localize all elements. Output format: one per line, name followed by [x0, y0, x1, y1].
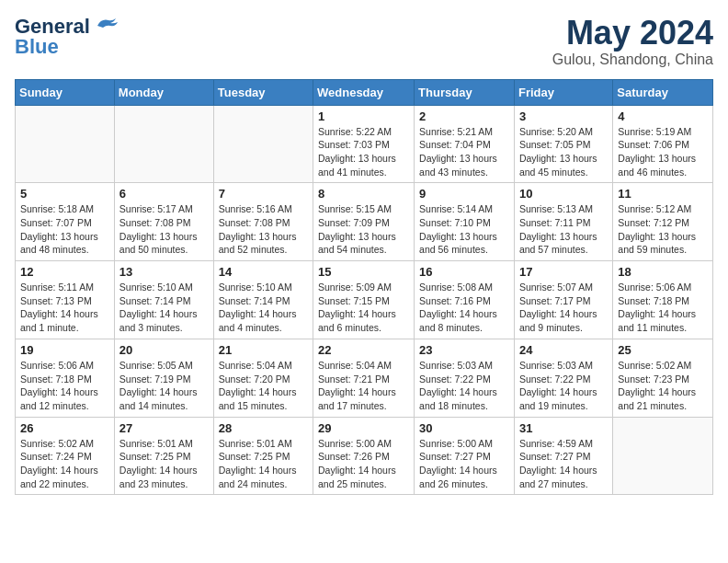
weekday-header: Wednesday — [313, 79, 415, 105]
calendar-day-cell: 24Sunrise: 5:03 AM Sunset: 7:22 PM Dayli… — [514, 339, 612, 417]
calendar-day-cell — [613, 417, 713, 495]
day-number: 1 — [318, 109, 409, 123]
day-info: Sunrise: 5:02 AM Sunset: 7:24 PM Dayligh… — [20, 437, 109, 491]
title-area: May 2024 Gulou, Shandong, China — [552, 15, 713, 68]
day-number: 9 — [419, 187, 509, 201]
calendar-day-cell: 3Sunrise: 5:20 AM Sunset: 7:05 PM Daylig… — [514, 105, 612, 183]
calendar-day-cell — [114, 105, 213, 183]
logo-blue-text: Blue — [15, 35, 59, 59]
calendar-day-cell: 2Sunrise: 5:21 AM Sunset: 7:04 PM Daylig… — [415, 105, 515, 183]
page-header: General Blue May 2024 Gulou, Shandong, C… — [15, 15, 713, 68]
day-number: 30 — [419, 421, 509, 435]
calendar-day-cell: 10Sunrise: 5:13 AM Sunset: 7:11 PM Dayli… — [514, 183, 612, 261]
day-info: Sunrise: 5:19 AM Sunset: 7:06 PM Dayligh… — [618, 125, 708, 179]
calendar-day-cell: 28Sunrise: 5:01 AM Sunset: 7:25 PM Dayli… — [213, 417, 313, 495]
day-info: Sunrise: 5:15 AM Sunset: 7:09 PM Dayligh… — [318, 202, 409, 257]
month-year-title: May 2024 — [552, 15, 713, 52]
calendar-day-cell: 16Sunrise: 5:08 AM Sunset: 7:16 PM Dayli… — [415, 261, 515, 339]
calendar-day-cell: 9Sunrise: 5:14 AM Sunset: 7:10 PM Daylig… — [415, 183, 515, 261]
day-info: Sunrise: 5:21 AM Sunset: 7:04 PM Dayligh… — [419, 125, 509, 179]
calendar-day-cell: 19Sunrise: 5:06 AM Sunset: 7:18 PM Dayli… — [16, 339, 115, 417]
calendar-day-cell: 1Sunrise: 5:22 AM Sunset: 7:03 PM Daylig… — [313, 105, 415, 183]
calendar-day-cell: 31Sunrise: 4:59 AM Sunset: 7:27 PM Dayli… — [514, 417, 612, 495]
calendar-day-cell: 14Sunrise: 5:10 AM Sunset: 7:14 PM Dayli… — [213, 261, 313, 339]
calendar-day-cell: 12Sunrise: 5:11 AM Sunset: 7:13 PM Dayli… — [16, 261, 115, 339]
day-info: Sunrise: 5:18 AM Sunset: 7:07 PM Dayligh… — [20, 202, 109, 257]
weekday-header: Thursday — [415, 79, 515, 105]
day-number: 31 — [519, 421, 608, 435]
calendar-header-row: SundayMondayTuesdayWednesdayThursdayFrid… — [16, 79, 713, 105]
day-info: Sunrise: 5:14 AM Sunset: 7:10 PM Dayligh… — [419, 202, 509, 257]
day-info: Sunrise: 5:10 AM Sunset: 7:14 PM Dayligh… — [119, 281, 209, 335]
calendar-week-row: 5Sunrise: 5:18 AM Sunset: 7:07 PM Daylig… — [16, 183, 713, 261]
day-info: Sunrise: 5:22 AM Sunset: 7:03 PM Dayligh… — [318, 125, 409, 179]
calendar-week-row: 19Sunrise: 5:06 AM Sunset: 7:18 PM Dayli… — [16, 339, 713, 417]
day-number: 20 — [119, 343, 209, 357]
calendar-day-cell: 29Sunrise: 5:00 AM Sunset: 7:26 PM Dayli… — [313, 417, 415, 495]
calendar-day-cell: 25Sunrise: 5:02 AM Sunset: 7:23 PM Dayli… — [613, 339, 713, 417]
day-number: 29 — [318, 421, 409, 435]
day-number: 18 — [618, 265, 708, 279]
day-info: Sunrise: 5:00 AM Sunset: 7:26 PM Dayligh… — [318, 437, 409, 491]
day-info: Sunrise: 5:20 AM Sunset: 7:05 PM Dayligh… — [519, 125, 608, 179]
day-info: Sunrise: 5:10 AM Sunset: 7:14 PM Dayligh… — [219, 281, 308, 335]
day-info: Sunrise: 5:06 AM Sunset: 7:18 PM Dayligh… — [20, 359, 109, 413]
calendar-day-cell — [16, 105, 115, 183]
calendar-week-row: 12Sunrise: 5:11 AM Sunset: 7:13 PM Dayli… — [16, 261, 713, 339]
day-info: Sunrise: 5:16 AM Sunset: 7:08 PM Dayligh… — [219, 202, 308, 257]
calendar-day-cell: 30Sunrise: 5:00 AM Sunset: 7:27 PM Dayli… — [415, 417, 515, 495]
calendar-day-cell: 4Sunrise: 5:19 AM Sunset: 7:06 PM Daylig… — [613, 105, 713, 183]
calendar-day-cell: 5Sunrise: 5:18 AM Sunset: 7:07 PM Daylig… — [16, 183, 115, 261]
day-number: 19 — [20, 343, 109, 357]
day-number: 26 — [20, 421, 109, 435]
day-number: 2 — [419, 109, 509, 123]
weekday-header: Sunday — [16, 79, 115, 105]
day-number: 14 — [219, 265, 308, 279]
day-number: 12 — [20, 265, 109, 279]
day-info: Sunrise: 5:06 AM Sunset: 7:18 PM Dayligh… — [618, 281, 708, 335]
day-number: 16 — [419, 265, 509, 279]
weekday-header: Friday — [514, 79, 612, 105]
day-number: 24 — [519, 343, 608, 357]
day-info: Sunrise: 5:01 AM Sunset: 7:25 PM Dayligh… — [119, 437, 209, 491]
day-info: Sunrise: 5:13 AM Sunset: 7:11 PM Dayligh… — [519, 202, 608, 257]
day-info: Sunrise: 5:04 AM Sunset: 7:20 PM Dayligh… — [219, 359, 308, 413]
day-number: 11 — [618, 187, 708, 201]
calendar-week-row: 26Sunrise: 5:02 AM Sunset: 7:24 PM Dayli… — [16, 417, 713, 495]
day-number: 21 — [219, 343, 308, 357]
day-info: Sunrise: 5:03 AM Sunset: 7:22 PM Dayligh… — [519, 359, 608, 413]
calendar-day-cell: 20Sunrise: 5:05 AM Sunset: 7:19 PM Dayli… — [114, 339, 213, 417]
calendar-table: SundayMondayTuesdayWednesdayThursdayFrid… — [15, 79, 713, 496]
day-info: Sunrise: 5:08 AM Sunset: 7:16 PM Dayligh… — [419, 281, 509, 335]
calendar-day-cell: 22Sunrise: 5:04 AM Sunset: 7:21 PM Dayli… — [313, 339, 415, 417]
day-info: Sunrise: 5:07 AM Sunset: 7:17 PM Dayligh… — [519, 281, 608, 335]
day-info: Sunrise: 5:03 AM Sunset: 7:22 PM Dayligh… — [419, 359, 509, 413]
calendar-day-cell: 23Sunrise: 5:03 AM Sunset: 7:22 PM Dayli… — [415, 339, 515, 417]
calendar-day-cell: 13Sunrise: 5:10 AM Sunset: 7:14 PM Dayli… — [114, 261, 213, 339]
weekday-header: Monday — [114, 79, 213, 105]
calendar-day-cell: 6Sunrise: 5:17 AM Sunset: 7:08 PM Daylig… — [114, 183, 213, 261]
day-info: Sunrise: 5:17 AM Sunset: 7:08 PM Dayligh… — [119, 202, 209, 257]
calendar-day-cell — [213, 105, 313, 183]
day-number: 23 — [419, 343, 509, 357]
day-number: 10 — [519, 187, 608, 201]
day-number: 25 — [618, 343, 708, 357]
day-number: 7 — [219, 187, 308, 201]
day-number: 5 — [20, 187, 109, 201]
weekday-header: Saturday — [613, 79, 713, 105]
day-number: 6 — [119, 187, 209, 201]
day-info: Sunrise: 5:00 AM Sunset: 7:27 PM Dayligh… — [419, 437, 509, 491]
day-number: 22 — [318, 343, 409, 357]
calendar-week-row: 1Sunrise: 5:22 AM Sunset: 7:03 PM Daylig… — [16, 105, 713, 183]
day-info: Sunrise: 5:02 AM Sunset: 7:23 PM Dayligh… — [618, 359, 708, 413]
day-info: Sunrise: 5:05 AM Sunset: 7:19 PM Dayligh… — [119, 359, 209, 413]
day-info: Sunrise: 5:11 AM Sunset: 7:13 PM Dayligh… — [20, 281, 109, 335]
calendar-day-cell: 21Sunrise: 5:04 AM Sunset: 7:20 PM Dayli… — [213, 339, 313, 417]
calendar-day-cell: 15Sunrise: 5:09 AM Sunset: 7:15 PM Dayli… — [313, 261, 415, 339]
day-number: 15 — [318, 265, 409, 279]
day-number: 27 — [119, 421, 209, 435]
day-number: 17 — [519, 265, 608, 279]
day-number: 4 — [618, 109, 708, 123]
logo-bird-icon — [94, 15, 119, 35]
day-info: Sunrise: 5:04 AM Sunset: 7:21 PM Dayligh… — [318, 359, 409, 413]
